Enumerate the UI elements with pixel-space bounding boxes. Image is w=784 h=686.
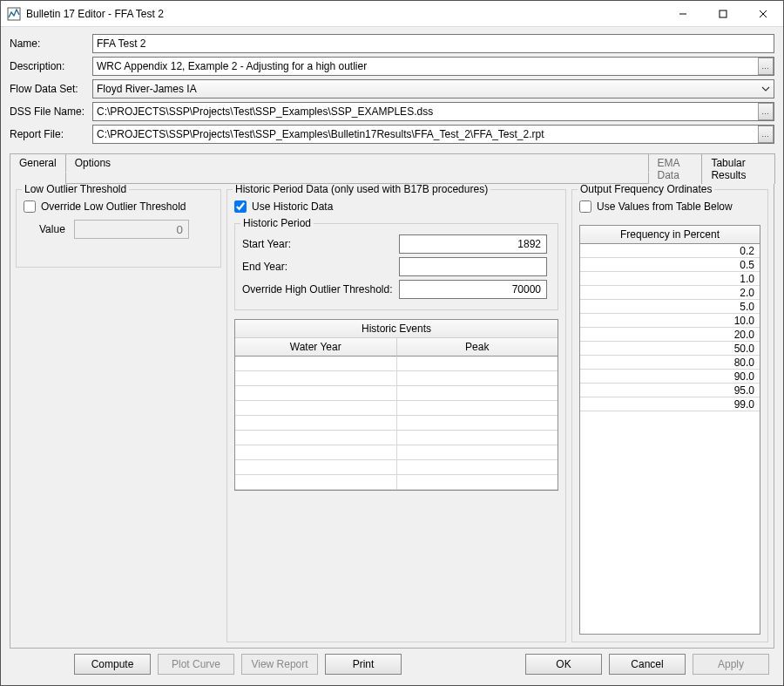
flowdataset-value: Floyd River-James IA	[97, 83, 197, 95]
flowdataset-select[interactable]: Floyd River-James IA	[92, 79, 774, 98]
frequency-row[interactable]: 10.0	[580, 314, 760, 328]
frequency-row[interactable]: 80.0	[580, 356, 760, 370]
group-output-frequency-title: Output Frequency Ordinates	[578, 184, 714, 195]
tab-general[interactable]: General	[10, 153, 66, 184]
chevron-down-icon	[761, 84, 770, 96]
low-outlier-value-label: Value	[39, 223, 65, 235]
tab-strip: General Options EMA Data Tabular Results	[10, 153, 774, 184]
name-input[interactable]	[92, 34, 774, 53]
override-high-outlier-label: Override High Outlier Threshold:	[242, 283, 399, 295]
start-year-input[interactable]	[399, 234, 547, 254]
description-label: Description:	[10, 60, 92, 72]
frequency-row[interactable]: 2.0	[580, 286, 760, 300]
app-icon	[7, 7, 21, 21]
tab-tabular-results[interactable]: Tabular Results	[701, 153, 775, 184]
print-button[interactable]: Print	[325, 654, 402, 675]
historic-period-title: Historic Period	[240, 217, 314, 229]
frequency-row[interactable]: 0.2	[580, 244, 760, 258]
use-values-from-table-label: Use Values from Table Below	[597, 200, 733, 213]
flowdataset-label: Flow Data Set:	[10, 83, 92, 95]
tab-options[interactable]: Options	[65, 153, 649, 173]
frequency-row[interactable]: 20.0	[580, 328, 760, 342]
tab-panel-options: Low Outlier Threshold Override Low Outli…	[10, 184, 774, 649]
frequency-table[interactable]: Frequency in Percent 0.20.51.02.05.010.0…	[579, 225, 760, 635]
group-output-frequency: Output Frequency Ordinates Use Values fr…	[571, 189, 768, 642]
close-button[interactable]	[743, 1, 783, 27]
dssfile-label: DSS File Name:	[10, 105, 92, 118]
frequency-table-body[interactable]: 0.20.51.02.05.010.020.050.080.090.095.09…	[580, 244, 760, 411]
frequency-row[interactable]: 0.5	[580, 258, 760, 272]
historic-events-table[interactable]: Historic Events Water Year Peak	[234, 319, 558, 491]
cancel-button[interactable]: Cancel	[609, 654, 686, 675]
group-low-outlier-title: Low Outlier Threshold	[22, 184, 129, 195]
col-peak[interactable]: Peak	[397, 338, 558, 357]
reportfile-browse-button[interactable]: …	[758, 126, 774, 143]
frequency-row[interactable]: 99.0	[580, 397, 760, 411]
view-report-button: View Report	[241, 654, 318, 675]
group-historic-title: Historic Period Data (only used with B17…	[233, 184, 490, 195]
group-historic-period-data: Historic Period Data (only used with B17…	[226, 189, 566, 642]
group-historic-period: Historic Period Start Year: End Year: Ov…	[234, 223, 558, 310]
tab-emadata: EMA Data	[648, 153, 703, 184]
ok-button[interactable]: OK	[525, 654, 602, 675]
historic-events-body[interactable]	[235, 357, 558, 490]
use-values-from-table-input[interactable]	[579, 200, 591, 213]
frequency-table-header[interactable]: Frequency in Percent	[580, 226, 760, 244]
use-historic-data-checkbox[interactable]: Use Historic Data	[234, 200, 558, 213]
low-outlier-value-input	[74, 220, 189, 239]
title-bar: Bulletin 17 Editor - FFA Test 2	[1, 1, 783, 27]
group-low-outlier: Low Outlier Threshold Override Low Outli…	[16, 189, 221, 268]
maximize-button[interactable]	[703, 1, 743, 27]
frequency-row[interactable]: 50.0	[580, 342, 760, 356]
name-label: Name:	[10, 37, 92, 50]
override-low-outlier-checkbox[interactable]: Override Low Outlier Threshold	[24, 200, 213, 213]
col-water-year[interactable]: Water Year	[235, 338, 397, 357]
description-input[interactable]	[92, 57, 774, 76]
use-historic-data-label: Use Historic Data	[252, 200, 333, 213]
start-year-label: Start Year:	[242, 238, 399, 250]
reportfile-input[interactable]	[92, 125, 774, 144]
use-historic-data-input[interactable]	[234, 200, 247, 213]
end-year-label: End Year:	[242, 261, 399, 273]
plot-curve-button: Plot Curve	[158, 654, 234, 675]
dssfile-input[interactable]	[92, 102, 774, 121]
override-low-outlier-input[interactable]	[24, 200, 36, 213]
apply-button: Apply	[693, 654, 769, 675]
compute-button[interactable]: Compute	[74, 654, 151, 675]
window-title: Bulletin 17 Editor - FFA Test 2	[26, 8, 663, 20]
reportfile-label: Report File:	[10, 128, 92, 140]
dssfile-browse-button[interactable]: …	[758, 103, 774, 120]
frequency-row[interactable]: 90.0	[580, 370, 760, 384]
historic-events-title: Historic Events	[235, 320, 558, 338]
svg-rect-2	[720, 10, 727, 17]
frequency-row[interactable]: 5.0	[580, 300, 760, 314]
button-bar: Compute Plot Curve View Report Print OK …	[10, 649, 774, 682]
frequency-row[interactable]: 1.0	[580, 272, 760, 286]
frequency-row[interactable]: 95.0	[580, 384, 760, 397]
override-low-outlier-label: Override Low Outlier Threshold	[41, 200, 186, 213]
minimize-button[interactable]	[663, 1, 703, 27]
use-values-from-table-checkbox[interactable]: Use Values from Table Below	[579, 200, 760, 213]
description-browse-button[interactable]: …	[758, 58, 774, 75]
override-high-outlier-input[interactable]	[399, 280, 547, 299]
end-year-input[interactable]	[399, 257, 547, 276]
